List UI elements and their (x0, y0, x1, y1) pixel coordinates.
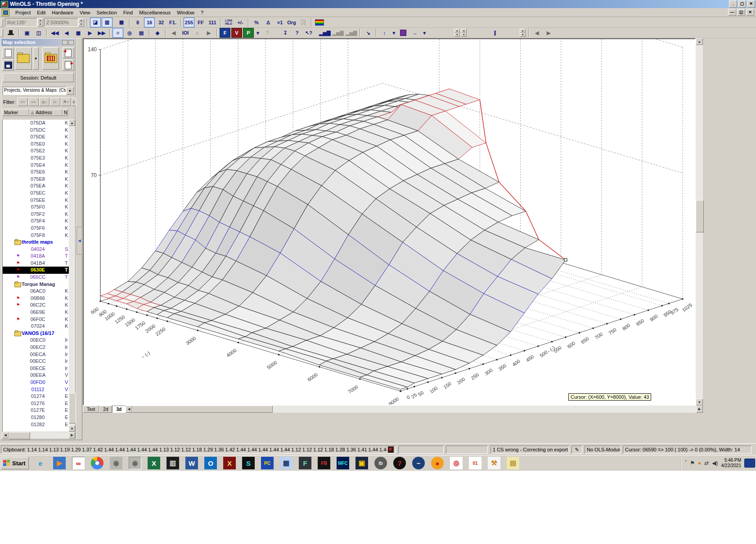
map-row[interactable]: ⚑041B4T (3, 260, 69, 267)
connect-hardware-button[interactable]: ◆ (152, 28, 163, 38)
map-row[interactable]: 01280E (3, 414, 69, 421)
map-row[interactable]: 075F2K (3, 211, 69, 218)
map-folder-row[interactable]: throttle maps (3, 239, 69, 246)
map-wizard-button[interactable]: ▂▅▇ (319, 28, 331, 38)
map-row[interactable]: 00EC0Ir (3, 337, 69, 344)
spinner-control[interactable]: ▲▼ (520, 29, 526, 37)
map-row[interactable]: 075DAK (3, 120, 69, 127)
ecm-titanium2-icon[interactable]: ◉ (129, 457, 141, 469)
fvp-dropdown-button[interactable]: ▾ (255, 28, 261, 38)
map-row[interactable]: 075F8K (3, 232, 69, 239)
column-width-button[interactable]: ↔ (410, 28, 420, 38)
racing-game-icon[interactable]: ▣ (356, 457, 368, 469)
parameter-p-button[interactable]: P (243, 28, 254, 38)
chrome-icon[interactable] (91, 457, 104, 469)
map-row[interactable]: 01112V (3, 386, 69, 393)
preview-button[interactable]: ◎ (124, 28, 135, 38)
internet-explorer-icon[interactable]: e (34, 457, 47, 469)
column-header-marker[interactable]: Marker (2, 109, 29, 116)
menu-item-project[interactable]: Project (12, 9, 34, 16)
calculator-icon[interactable]: ▦ (280, 457, 292, 469)
map-row[interactable]: 01282E (3, 421, 69, 428)
map-row[interactable]: 075F0K (3, 204, 69, 211)
decimal-view-button[interactable]: 255 (184, 18, 194, 27)
import-rom-button[interactable] (42, 47, 59, 70)
file-manager-icon[interactable]: ▤ (507, 457, 519, 469)
binary-cube-icon[interactable]: 01 (469, 457, 482, 469)
value-v-button[interactable]: V (231, 28, 242, 38)
precision-8bit-button[interactable]: 8 (132, 18, 143, 27)
menu-item-window[interactable]: Window (174, 9, 198, 16)
hex-view-button[interactable]: FF (195, 18, 206, 27)
factor-f-button[interactable]: F (220, 28, 230, 38)
column-header-address[interactable]: △Address (29, 109, 63, 116)
filter-button-4[interactable]: ⚑▾ (61, 98, 71, 106)
view-axes-button[interactable]: ▥ (102, 18, 112, 27)
context-help-button[interactable]: ↖? (303, 28, 314, 38)
map-row[interactable]: 04024S (3, 246, 69, 253)
map-row[interactable]: 01274E (3, 393, 69, 400)
map-folder-row[interactable]: VANOS (16/17 (3, 330, 69, 337)
x-ee-icon[interactable]: X (223, 457, 236, 469)
maximize-button[interactable]: ▢ (738, 0, 746, 8)
lohi-hilo-button[interactable]: LOHI HILO (223, 18, 234, 27)
winols-speed-sign-icon[interactable]: ∞ (72, 457, 85, 469)
row-height-button[interactable]: ↕ (379, 28, 390, 38)
binary-view-button[interactable]: 111 (207, 18, 218, 27)
previous-map-button[interactable]: ◀ (61, 28, 72, 38)
3d-surface-view[interactable]: 1407060080010001250150017502000225030004… (83, 38, 696, 406)
last-map-button[interactable]: ▶▶ (96, 28, 107, 38)
tab-scroll-left-icon[interactable]: ◀ (126, 406, 132, 413)
tray-network-icon[interactable]: ⇄ (704, 460, 709, 466)
tab-scroll-right-icon[interactable]: ▶ (696, 406, 703, 413)
chart-horizontal-scrollbar[interactable] (132, 406, 696, 413)
map-row[interactable]: ⚑0418AT (3, 253, 69, 260)
scroll-right-button[interactable]: ▶ (543, 28, 554, 38)
zoom-field[interactable]: Z:50000% (44, 18, 78, 27)
map-row[interactable]: 07024K (3, 323, 69, 330)
map-row[interactable]: 00EC2Ir (3, 344, 69, 351)
org-org-button[interactable]: Org Org (298, 18, 309, 27)
delta-button[interactable]: Δ (263, 18, 274, 27)
close-button[interactable]: ✕ (747, 0, 755, 8)
precision-32bit-button[interactable]: 32 (156, 18, 166, 27)
media-player-icon[interactable]: ▶ (53, 457, 66, 469)
mdi-restore-button[interactable]: ◱ (737, 9, 745, 16)
eprom-chip-icon[interactable]: ▥ (166, 457, 179, 469)
mdi-minimize-button[interactable]: — (728, 9, 736, 16)
column-width-dropdown[interactable]: ▾ (421, 28, 428, 38)
auto-import-button[interactable]: ↧ (280, 28, 291, 38)
map-folder-row[interactable]: Torque Manag (3, 281, 69, 288)
filter-button-1[interactable]: ▪▪▾ (28, 98, 39, 106)
tray-flag-icon[interactable]: ⚑ (690, 460, 695, 466)
notes-button[interactable]: ▤ (136, 28, 147, 38)
import-page-button[interactable]: ◀ (63, 47, 74, 58)
3d-surface-svg[interactable]: 1407060080010001250150017502000225030004… (84, 39, 695, 405)
thunderbird-icon[interactable]: ~ (412, 457, 425, 469)
map-row[interactable]: 075F6K (3, 225, 69, 232)
table-view-button[interactable]: ▦ (116, 18, 127, 27)
rotation-field[interactable]: Rot:135° (5, 18, 37, 27)
new-project-button[interactable] (2, 47, 14, 58)
color-scale-button[interactable] (314, 18, 325, 27)
mdi-close-button[interactable]: ✕ (746, 9, 754, 16)
map-row[interactable]: 075E6K (3, 169, 69, 176)
excel-icon[interactable]: X (148, 457, 160, 469)
percent-button[interactable]: % (251, 18, 262, 27)
toolbar-grip[interactable] (1, 18, 3, 27)
map-row[interactable]: ⚑065CCT (3, 274, 69, 281)
tray-display-icon[interactable] (744, 459, 755, 468)
search-back-button[interactable]: ◀ (168, 28, 179, 38)
menu-item-view[interactable]: View (76, 9, 94, 16)
map-row[interactable]: 075DCK (3, 127, 69, 134)
winfakt-icon[interactable]: F (299, 457, 311, 469)
map-row[interactable]: 075EAK (3, 183, 69, 190)
map-row[interactable]: ⚑06C2CK (3, 302, 69, 309)
map-row[interactable]: 00ECCIr (3, 358, 69, 365)
first-map-button[interactable]: ◀◀ (50, 28, 60, 38)
menu-item-?[interactable]: ? (198, 9, 207, 16)
tb-icon[interactable]: tb (374, 457, 387, 469)
map-row[interactable]: 075DEK (3, 134, 69, 141)
map-row[interactable]: 075EEK (3, 197, 69, 204)
word-icon[interactable]: W (185, 457, 198, 469)
